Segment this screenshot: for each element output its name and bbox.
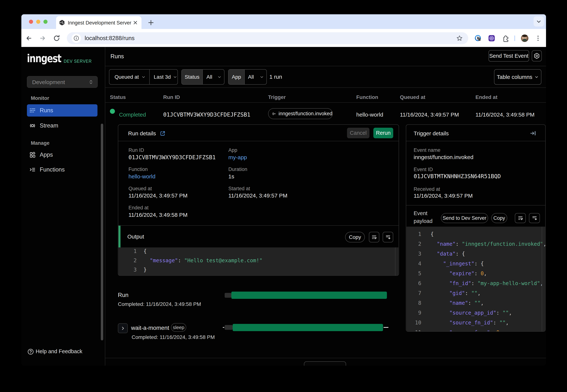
output-code[interactable]: 1{2 "message": "Hello test@example.com!"… <box>118 247 398 276</box>
environment-select-value: Development <box>32 79 65 85</box>
code-line: "expire": 0, <box>431 270 487 277</box>
code-line: "name": "inngest/function.invoked", <box>431 241 545 247</box>
code-line: "message": "Hello test@example.com!" <box>143 257 263 264</box>
step-duration-bar[interactable] <box>233 324 383 331</box>
field-value: 11/16/2024, 3:49:57 PM <box>128 192 187 199</box>
scrollbar-thumb[interactable] <box>101 124 103 340</box>
inngest-app: inngest DEV SERVER Development Monitor R… <box>21 14 546 366</box>
row-queued-at: 11/16/2024, 3:49:57 PM <box>400 111 459 118</box>
panel-divider <box>406 141 545 141</box>
scroll-bottom-button[interactable] <box>529 213 540 223</box>
show-more-button[interactable] <box>304 361 346 366</box>
send-to-dev-server-button[interactable]: Send to Dev Server <box>441 213 488 223</box>
field-label: Event ID <box>414 166 433 173</box>
table-columns-button[interactable]: Table columns <box>494 69 541 85</box>
collapse-panel-icon[interactable] <box>530 130 536 137</box>
wrap-text-icon <box>371 234 377 240</box>
sidebar-item-apps[interactable]: Apps <box>27 149 98 161</box>
settings-button[interactable] <box>532 50 542 61</box>
run-duration-bar[interactable] <box>231 292 387 299</box>
sidebar-item-label: Functions <box>40 166 65 173</box>
cancel-button[interactable]: Cancel <box>347 128 369 138</box>
time-filter[interactable]: Queued at Last 3d <box>109 69 178 85</box>
send-test-event-button[interactable]: Send Test Event <box>488 50 529 62</box>
col-status: Status <box>110 94 126 100</box>
sidebar-item-stream[interactable]: Stream <box>27 120 98 132</box>
code-line: } <box>143 267 147 273</box>
col-function: Function <box>356 94 378 100</box>
step-kind-badge: sleep <box>171 323 186 332</box>
payload-code[interactable]: 1{2 "name": "inngest/function.invoked",3… <box>406 227 545 331</box>
field-value: 11/16/2024, 3:49:57 PM <box>414 192 473 199</box>
output-status-stripe <box>118 226 120 247</box>
step-queue-segment <box>225 325 233 330</box>
dev-server-badge: DEV SERVER <box>64 59 92 64</box>
app-filter[interactable]: App All <box>228 69 267 85</box>
table-columns-label: Table columns <box>497 74 532 80</box>
chevron-down-icon <box>173 75 177 79</box>
function-link[interactable]: hello-world <box>128 173 156 180</box>
code-scrollbar-track <box>395 247 396 276</box>
code-line-number: 10 <box>406 320 421 326</box>
select-updown-icon <box>88 79 94 85</box>
code-line: "source_fn_v": 0 <box>431 329 499 331</box>
field-label: Event name <box>414 147 440 153</box>
help-and-feedback[interactable]: Help and Feedback <box>27 348 98 356</box>
trigger-pill[interactable]: inngest/function.invoked <box>268 108 333 119</box>
code-line-number: 6 <box>406 280 421 287</box>
apps-icon <box>29 152 36 158</box>
field-label: Run ID <box>128 147 144 153</box>
wrap-text-button[interactable] <box>515 213 526 223</box>
field-value: 01JCVBTMV3WXY9D3CFDEJFZSB1 <box>128 154 216 161</box>
chevron-down-icon <box>260 75 264 79</box>
status-filter-value: All <box>206 74 212 80</box>
table-header-divider <box>105 102 546 103</box>
time-range-value: Last 3d <box>154 74 171 80</box>
expand-step-button[interactable] <box>118 323 128 333</box>
runs-icon <box>29 107 36 113</box>
code-line-number: 11 <box>406 329 421 331</box>
app-filter-value: All <box>248 74 254 80</box>
copy-output-button[interactable]: Copy <box>345 232 365 242</box>
step-end-tick <box>383 327 388 328</box>
run-details-title: Run details <box>128 130 156 137</box>
field-value: inngest/function.invoked <box>414 154 473 161</box>
status-dot <box>110 109 115 114</box>
run-count: 1 run <box>269 73 282 80</box>
sidebar-item-runs[interactable]: Runs <box>27 104 98 117</box>
field-label: Duration <box>228 166 247 172</box>
field-value: 1s <box>228 173 234 180</box>
environment-select[interactable]: Development <box>27 76 98 88</box>
sidebar-section-manage: Manage <box>31 140 50 146</box>
code-line: "source_app_id": "", <box>431 310 512 316</box>
run-queue-segment <box>225 293 231 298</box>
code-line: { <box>431 231 434 238</box>
stream-icon <box>29 123 36 129</box>
wrap-text-icon <box>518 215 523 221</box>
chevron-down-icon <box>217 75 222 79</box>
field-label: App <box>228 147 237 153</box>
chevron-down-icon <box>535 75 539 79</box>
status-filter[interactable]: Status All <box>181 69 225 85</box>
scroll-bottom-icon <box>385 234 391 240</box>
field-label: Started at <box>228 185 250 192</box>
code-line-number: 9 <box>406 310 421 316</box>
wrap-text-button[interactable] <box>369 232 379 242</box>
row-ended-at: 11/16/2024, 3:49:58 PM <box>475 111 535 118</box>
col-run-id: Run ID <box>163 94 180 100</box>
time-field-label: Queued at <box>114 74 139 80</box>
footer-divider <box>105 358 546 358</box>
header-divider <box>105 66 546 66</box>
sidebar-item-functions[interactable]: Functions <box>27 164 98 176</box>
payload-divider <box>406 205 545 206</box>
app-link[interactable]: my-app <box>228 154 247 161</box>
app-filter-label: App <box>232 74 241 80</box>
copy-payload-button[interactable]: Copy <box>491 213 507 223</box>
rerun-button[interactable]: Rerun <box>373 128 393 138</box>
scroll-bottom-button[interactable] <box>383 232 393 242</box>
timeline-run-label: Run <box>118 292 128 299</box>
code-line: "source_fn_id": "", <box>431 320 509 326</box>
timeline-step-completed: Completed: 11/16/2024, 3:49:58 PM <box>132 334 215 340</box>
chevron-down-icon <box>142 75 145 79</box>
external-link-icon[interactable] <box>160 130 166 136</box>
